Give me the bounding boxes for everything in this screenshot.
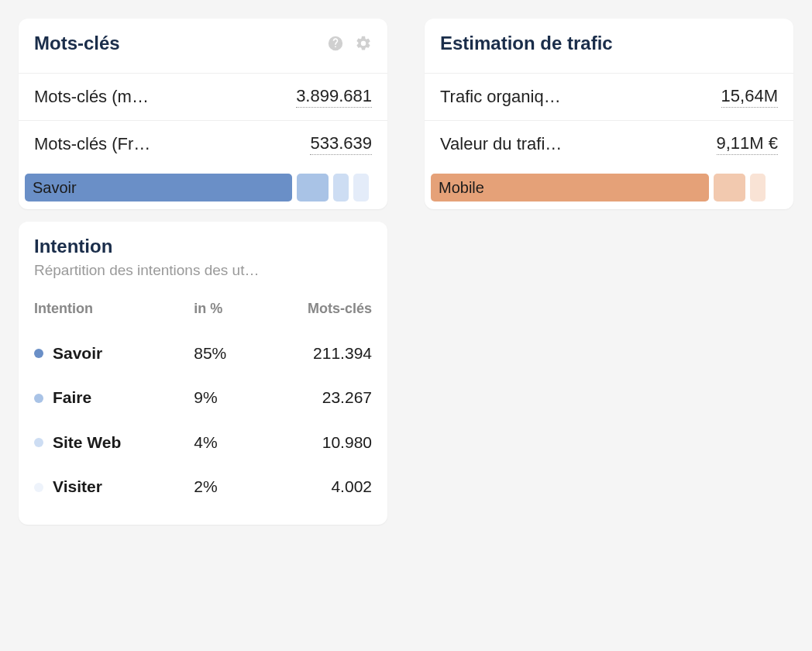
keywords-title: Mots-clés xyxy=(34,33,120,54)
intent-count: 211.394 xyxy=(253,331,372,375)
intention-col-header: Intention xyxy=(34,290,194,331)
keywords-card-header: Mots-clés xyxy=(19,19,387,73)
table-row[interactable]: Site Web4%10.980 xyxy=(34,420,372,464)
stat-label: Valeur du trafi… xyxy=(440,134,562,154)
segment[interactable]: Savoir xyxy=(25,174,292,202)
traffic-card-header: Estimation de trafic xyxy=(425,19,793,73)
dot-icon xyxy=(34,394,43,403)
traffic-segment-bar[interactable]: Mobile xyxy=(425,167,793,209)
intent-name: Site Web xyxy=(53,433,121,451)
segment[interactable] xyxy=(297,174,329,202)
intent-pct: 9% xyxy=(194,375,253,419)
table-row[interactable]: Visiter2%4.002 xyxy=(34,464,372,508)
keywords-card: Mots-clés Mots-clés (m… 3.899.681 Mots-c… xyxy=(19,19,387,209)
intention-card: Intention Répartition des intentions des… xyxy=(19,222,387,525)
keywords-header-icons xyxy=(327,35,372,52)
intention-tbody: Savoir85%211.394Faire9%23.267Site Web4%1… xyxy=(34,331,372,509)
stat-value: 9,11M € xyxy=(717,133,779,155)
table-row[interactable]: Faire9%23.267 xyxy=(34,375,372,419)
stat-value: 15,64M xyxy=(721,86,778,108)
stat-label: Trafic organiq… xyxy=(440,87,561,107)
intention-card-header: Intention xyxy=(19,222,387,262)
dot-icon xyxy=(34,349,43,358)
intent-name: Visiter xyxy=(53,478,102,496)
traffic-stat-row[interactable]: Valeur du trafi… 9,11M € xyxy=(425,120,793,167)
table-row[interactable]: Savoir85%211.394 xyxy=(34,331,372,375)
stat-label: Mots-clés (m… xyxy=(34,87,149,107)
intention-subtitle: Répartition des intentions des ut… xyxy=(19,262,387,285)
intent-count: 4.002 xyxy=(253,464,372,508)
stat-value: 3.899.681 xyxy=(296,86,372,108)
intent-pct: 85% xyxy=(194,331,253,375)
dot-icon xyxy=(34,438,43,447)
intent-count: 23.267 xyxy=(253,375,372,419)
keywords-stat-row[interactable]: Mots-clés (m… 3.899.681 xyxy=(19,73,387,120)
intention-table: Intention in % Mots-clés Savoir85%211.39… xyxy=(19,285,387,525)
stat-label: Mots-clés (Fr… xyxy=(34,134,150,154)
traffic-card: Estimation de trafic Trafic organiq… 15,… xyxy=(425,19,793,209)
stat-value: 533.639 xyxy=(310,133,372,155)
intent-pct: 4% xyxy=(194,420,253,464)
traffic-stat-row[interactable]: Trafic organiq… 15,64M xyxy=(425,73,793,120)
segment[interactable] xyxy=(714,174,745,202)
keywords-segment-bar[interactable]: Savoir xyxy=(19,167,387,209)
intention-col-header: Mots-clés xyxy=(253,290,372,331)
intent-pct: 2% xyxy=(194,464,253,508)
help-icon[interactable] xyxy=(327,35,344,52)
segment[interactable]: Mobile xyxy=(431,174,709,202)
intent-name: Savoir xyxy=(53,344,102,362)
intent-count: 10.980 xyxy=(253,420,372,464)
keywords-stat-row[interactable]: Mots-clés (Fr… 533.639 xyxy=(19,120,387,167)
segment[interactable] xyxy=(750,174,766,202)
traffic-title: Estimation de trafic xyxy=(440,33,613,54)
intent-name: Faire xyxy=(53,389,91,407)
gear-icon[interactable] xyxy=(355,35,372,52)
intention-title: Intention xyxy=(34,236,112,257)
segment[interactable] xyxy=(333,174,349,202)
segment[interactable] xyxy=(353,174,369,202)
intention-col-header: in % xyxy=(194,290,253,331)
dot-icon xyxy=(34,483,43,492)
